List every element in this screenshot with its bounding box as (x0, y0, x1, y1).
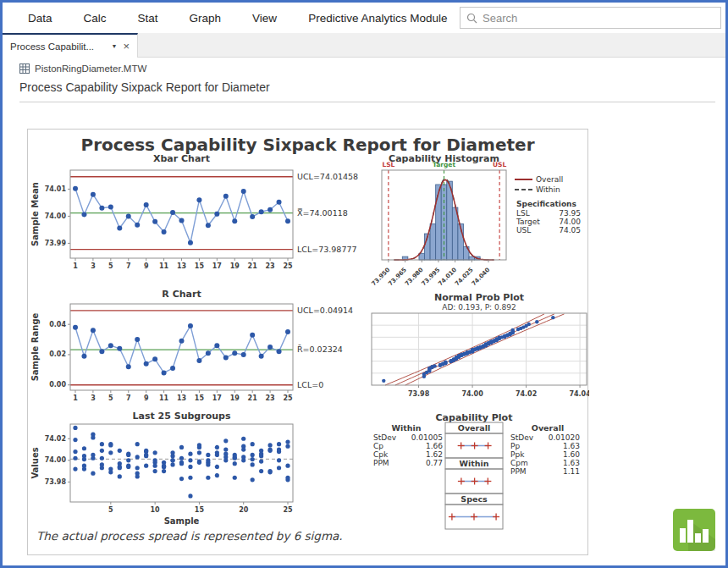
svg-text:LCL=0: LCL=0 (297, 380, 323, 389)
xbar-chart[interactable]: Xbar Chart73.9974.0074.01135791113151719… (28, 152, 379, 277)
svg-text:17: 17 (212, 394, 222, 402)
menu-calc[interactable]: Calc (84, 12, 107, 25)
svg-text:74.040: 74.040 (471, 267, 492, 287)
svg-text:74.00: 74.00 (45, 212, 67, 220)
svg-text:Cpk: Cpk (373, 450, 389, 459)
svg-text:Overall: Overall (458, 423, 490, 433)
svg-text:Sample: Sample (164, 516, 200, 526)
svg-text:25: 25 (283, 394, 293, 402)
svg-text:LSL: LSL (516, 209, 530, 218)
svg-text:Normal Prob Plot: Normal Prob Plot (434, 292, 524, 303)
minitab-bars-icon (673, 509, 715, 551)
svg-text:73.98: 73.98 (45, 478, 67, 486)
svg-text:1.60: 1.60 (563, 450, 580, 459)
svg-text:7: 7 (126, 262, 131, 270)
svg-text:0.02: 0.02 (49, 350, 66, 358)
svg-text:5: 5 (108, 394, 113, 402)
svg-text:R Chart: R Chart (162, 289, 201, 300)
search-input[interactable] (483, 12, 714, 25)
svg-text:17: 17 (212, 262, 222, 270)
svg-text:9: 9 (144, 262, 149, 270)
tab-strip: Process Capabilit... ▼ × (3, 33, 725, 58)
svg-text:Within: Within (536, 185, 560, 194)
svg-text:UCL=74.01458: UCL=74.01458 (297, 172, 358, 181)
r-chart[interactable]: R Chart0.000.020.04135791113151719212325… (28, 287, 379, 405)
svg-text:0.04: 0.04 (49, 321, 66, 328)
svg-text:Sample Range: Sample Range (30, 312, 40, 381)
worksheet-name: PistonRingDiameter.MTW (35, 63, 146, 74)
capability-plot[interactable]: Capability PlotWithinStDev0.01005Cp1.66C… (367, 411, 589, 538)
search-box[interactable] (460, 7, 721, 29)
svg-text:15: 15 (195, 262, 205, 270)
svg-text:73.95: 73.95 (559, 209, 581, 218)
svg-text:15: 15 (195, 394, 205, 402)
svg-text:11: 11 (159, 262, 169, 270)
svg-text:LSL: LSL (382, 161, 394, 168)
svg-text:19: 19 (230, 262, 240, 270)
svg-text:UCL=0.04914: UCL=0.04914 (297, 306, 353, 315)
svg-text:0.01005: 0.01005 (411, 433, 443, 442)
svg-text:21: 21 (248, 394, 258, 402)
svg-text:Specs: Specs (461, 494, 488, 504)
svg-text:23: 23 (266, 262, 275, 270)
output-pane: PistonRingDiameter.MTW Process Capabilit… (3, 58, 725, 565)
menu-view[interactable]: View (252, 12, 277, 25)
svg-text:73.99: 73.99 (45, 240, 67, 247)
svg-text:Within: Within (459, 459, 488, 468)
svg-text:73.98: 73.98 (408, 390, 430, 398)
svg-text:PPM: PPM (510, 467, 527, 476)
normal-prob-plot[interactable]: Normal Prob PlotAD: 0.193, P: 0.89273.98… (367, 290, 589, 405)
svg-text:74.02: 74.02 (516, 390, 537, 398)
svg-text:1.66: 1.66 (426, 442, 443, 450)
svg-text:R̄=0.02324: R̄=0.02324 (297, 345, 343, 354)
svg-text:0.01020: 0.01020 (549, 433, 580, 442)
svg-text:1.11: 1.11 (563, 467, 580, 476)
last-25-subgroups-chart[interactable]: Last 25 Subgroups73.9874.0074.0251015202… (28, 409, 379, 532)
capability-histogram[interactable]: Capability HistogramLSLTargetUSL73.95073… (371, 152, 589, 287)
svg-text:15: 15 (195, 506, 205, 514)
tab-process-capability[interactable]: Process Capabilit... ▼ × (3, 33, 138, 58)
svg-text:23: 23 (266, 394, 275, 402)
svg-text:20: 20 (239, 506, 249, 514)
svg-text:StDev: StDev (510, 433, 534, 442)
svg-text:74.01: 74.01 (45, 185, 67, 193)
svg-text:1.62: 1.62 (426, 450, 443, 459)
tab-label: Process Capabilit... (10, 41, 108, 52)
search-icon (466, 13, 477, 24)
svg-text:25: 25 (283, 262, 293, 270)
svg-text:13: 13 (177, 262, 186, 270)
svg-text:Target: Target (516, 218, 540, 226)
menu-graph[interactable]: Graph (190, 12, 222, 25)
output-title: Process Capability Sixpack Report for Di… (19, 80, 270, 94)
report-panel: Process Capability Sixpack Report for Di… (27, 129, 588, 555)
menu-predictive-analytics-module[interactable]: Predictive Analytics Module (308, 12, 447, 25)
svg-text:10: 10 (151, 506, 161, 514)
svg-text:Ppk: Ppk (510, 450, 525, 459)
svg-text:74.00: 74.00 (461, 390, 483, 398)
worksheet-grid-icon (19, 63, 30, 74)
svg-text:Pp: Pp (510, 442, 520, 450)
svg-text:5: 5 (108, 262, 113, 270)
svg-text:StDev: StDev (373, 433, 397, 442)
tab-dropdown-icon[interactable]: ▼ (111, 43, 117, 49)
svg-text:Sample Mean: Sample Mean (30, 182, 40, 246)
svg-text:19: 19 (230, 394, 240, 402)
svg-text:Last 25 Subgroups: Last 25 Subgroups (133, 411, 231, 422)
worksheet-link[interactable]: PistonRingDiameter.MTW (19, 63, 146, 74)
menu-stat[interactable]: Stat (138, 12, 158, 25)
report-footnote: The actual process spread is represented… (36, 529, 343, 543)
minitab-window: Data Calc Stat Graph View Predictive Ana… (3, 3, 725, 565)
svg-text:Cp: Cp (373, 442, 383, 450)
svg-text:25: 25 (283, 506, 293, 514)
svg-text:11: 11 (159, 394, 169, 402)
svg-text:21: 21 (248, 262, 258, 270)
svg-text:AD: 0.193, P: 0.892: AD: 0.193, P: 0.892 (442, 303, 516, 312)
svg-text:Within: Within (391, 423, 421, 433)
svg-text:1: 1 (73, 262, 78, 270)
svg-text:Capability Plot: Capability Plot (436, 412, 513, 423)
svg-text:1.63: 1.63 (563, 459, 580, 467)
minitab-logo-icon[interactable] (673, 509, 715, 551)
svg-text:Target: Target (433, 161, 455, 168)
tab-close-icon[interactable]: × (123, 41, 130, 52)
menu-data[interactable]: Data (28, 12, 52, 25)
